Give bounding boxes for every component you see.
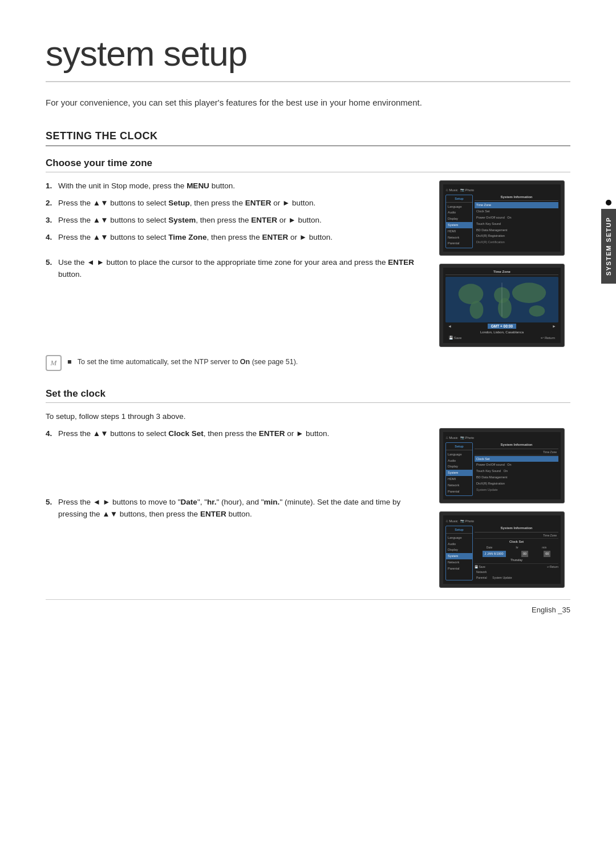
step-2: 2. Press the ▲▼ buttons to select Setup,…: [46, 197, 425, 209]
world-map-area: [445, 277, 558, 322]
sub-heading-set-clock: Set the clock: [46, 388, 570, 403]
note-box-ntp: M ■ To set the time automatically, set t…: [46, 355, 570, 371]
sidebar-dot: [606, 200, 611, 205]
page-intro: For your convenience, you can set this p…: [46, 96, 570, 110]
steps-col-clock: 4. Press the ▲▼ buttons to select Clock …: [46, 428, 425, 526]
step-2-text: Press the ▲▼ buttons to select Setup, th…: [58, 197, 315, 209]
screenshot-clock-set-menu: ♫ Music 📷 Photo Setup Language Audio Dis…: [439, 428, 565, 503]
set-clock-intro: To setup, follow steps 1 through 3 above…: [46, 411, 570, 422]
step-4-number: 4.: [46, 232, 55, 244]
step-2-number: 2.: [46, 197, 55, 209]
svg-point-1: [459, 284, 484, 304]
clock-step-4: 4. Press the ▲▼ buttons to select Clock …: [46, 428, 425, 440]
clock-step-5-text: Press the ◄ ► buttons to move to "Date",…: [58, 497, 425, 521]
screenshot-clock-datetime: ♫ Music 📷 Photo Setup Language Audio Dis…: [439, 511, 565, 588]
screenshots-col-timezone: ♫ Music 📷 Photo Setup Language Audio Dis…: [439, 180, 570, 347]
step-3-text: Press the ▲▼ buttons to select System, t…: [58, 215, 322, 227]
step-1: 1. With the unit in Stop mode, press the…: [46, 180, 425, 192]
screenshot-clock-set-inner: ♫ Music 📷 Photo Setup Language Audio Dis…: [443, 432, 561, 499]
section-set-clock: Set the clock To setup, follow steps 1 t…: [46, 388, 570, 588]
note-text-ntp: ■ To set the time automatically, set the…: [67, 355, 298, 368]
svg-point-2: [470, 301, 484, 319]
clock-step-5: 5. Press the ◄ ► buttons to move to "Dat…: [46, 497, 425, 521]
svg-point-5: [512, 283, 546, 303]
step-4-text: Press the ▲▼ buttons to select Time Zone…: [58, 232, 333, 244]
step-3-number: 3.: [46, 215, 55, 227]
screenshot-system-menu: ♫ Music 📷 Photo Setup Language Audio Dis…: [439, 180, 565, 256]
clock-step-5-number: 5.: [46, 497, 55, 521]
section-setting-clock: SETTING THE CLOCK Choose your time zone …: [46, 130, 570, 371]
clock-step-4-text: Press the ▲▼ buttons to select Clock Set…: [58, 428, 329, 440]
screenshot-system-menu-inner: ♫ Music 📷 Photo Setup Language Audio Dis…: [443, 184, 561, 252]
screenshots-col-clock: ♫ Music 📷 Photo Setup Language Audio Dis…: [439, 428, 570, 588]
note-icon: M: [46, 355, 62, 371]
page-footer: English _35: [46, 599, 570, 614]
step-1-number: 1.: [46, 180, 55, 192]
section-heading-clock: SETTING THE CLOCK: [46, 130, 570, 146]
step-5: 5. Use the ◄ ► button to place the curso…: [46, 257, 425, 281]
screenshot-world-map: Time Zone: [439, 264, 565, 347]
sidebar-tab-container: SYSTEM SETUP: [601, 200, 616, 284]
clock-step-4-number: 4.: [46, 428, 55, 440]
step-5-number: 5.: [46, 257, 55, 281]
subsection-time-zone: Choose your time zone 1. With the unit i…: [46, 158, 570, 347]
svg-point-4: [498, 298, 512, 318]
step-4: 4. Press the ▲▼ buttons to select Time Z…: [46, 232, 425, 244]
step-3: 3. Press the ▲▼ buttons to select System…: [46, 215, 425, 227]
sub-heading-time-zone: Choose your time zone: [46, 158, 570, 172]
screenshot-clock-datetime-inner: ♫ Music 📷 Photo Setup Language Audio Dis…: [443, 515, 561, 584]
sidebar-tab-label: SYSTEM SETUP: [601, 209, 616, 284]
steps-col-timezone: 1. With the unit in Stop mode, press the…: [46, 180, 425, 286]
step-5-text: Use the ◄ ► button to place the cursor t…: [58, 257, 425, 281]
page-title: system setup: [46, 34, 570, 82]
svg-point-6: [529, 305, 545, 317]
step-1-text: With the unit in Stop mode, press the ME…: [58, 180, 235, 192]
